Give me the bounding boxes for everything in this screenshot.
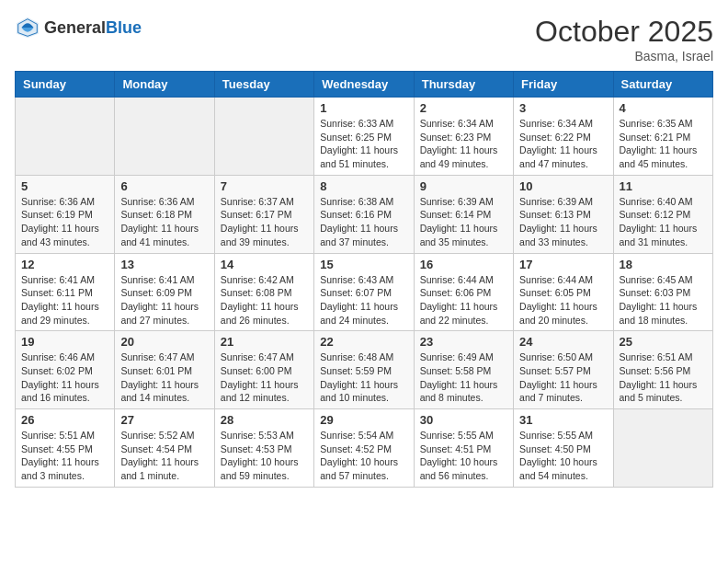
calendar-cell: 6Sunrise: 6:36 AMSunset: 6:18 PMDaylight… bbox=[115, 175, 214, 253]
day-number: 12 bbox=[21, 258, 108, 271]
calendar-cell: 31Sunrise: 5:55 AMSunset: 4:50 PMDayligh… bbox=[514, 409, 613, 488]
calendar-cell: 24Sunrise: 6:50 AMSunset: 5:57 PMDayligh… bbox=[514, 331, 613, 409]
weekday-header: Monday bbox=[115, 72, 214, 98]
calendar-cell: 13Sunrise: 6:41 AMSunset: 6:09 PMDayligh… bbox=[115, 253, 214, 331]
weekday-header: Wednesday bbox=[314, 72, 414, 98]
calendar-cell bbox=[115, 98, 214, 176]
page-header: GeneralBlue October 2025 Basma, Israel bbox=[15, 15, 713, 63]
weekday-header: Saturday bbox=[613, 72, 712, 98]
logo-text: GeneralBlue bbox=[44, 18, 142, 38]
calendar-cell: 25Sunrise: 6:51 AMSunset: 5:56 PMDayligh… bbox=[613, 331, 712, 409]
calendar-cell: 4Sunrise: 6:35 AMSunset: 6:21 PMDaylight… bbox=[613, 98, 712, 176]
logo-blue: Blue bbox=[106, 18, 142, 37]
day-number: 11 bbox=[620, 179, 707, 193]
day-info: Sunrise: 6:50 AMSunset: 5:57 PMDaylight:… bbox=[519, 350, 607, 405]
day-number: 20 bbox=[120, 335, 208, 349]
day-number: 13 bbox=[120, 258, 208, 271]
day-number: 29 bbox=[320, 413, 407, 427]
day-number: 18 bbox=[620, 258, 707, 271]
day-number: 3 bbox=[519, 101, 607, 115]
calendar-cell: 28Sunrise: 5:53 AMSunset: 4:53 PMDayligh… bbox=[214, 409, 313, 488]
calendar-week-row: 12Sunrise: 6:41 AMSunset: 6:11 PMDayligh… bbox=[16, 253, 713, 331]
day-info: Sunrise: 6:44 AMSunset: 6:06 PMDaylight:… bbox=[420, 273, 507, 327]
day-info: Sunrise: 6:49 AMSunset: 5:58 PMDaylight:… bbox=[420, 350, 507, 405]
day-number: 26 bbox=[21, 413, 108, 427]
day-number: 5 bbox=[21, 179, 108, 193]
day-number: 6 bbox=[120, 179, 208, 193]
day-info: Sunrise: 6:39 AMSunset: 6:13 PMDaylight:… bbox=[519, 195, 607, 249]
day-info: Sunrise: 6:45 AMSunset: 6:03 PMDaylight:… bbox=[620, 273, 707, 327]
calendar-cell: 18Sunrise: 6:45 AMSunset: 6:03 PMDayligh… bbox=[613, 253, 712, 331]
day-number: 1 bbox=[320, 101, 407, 115]
calendar-cell: 14Sunrise: 6:42 AMSunset: 6:08 PMDayligh… bbox=[214, 253, 313, 331]
calendar-cell: 21Sunrise: 6:47 AMSunset: 6:00 PMDayligh… bbox=[214, 331, 313, 409]
day-info: Sunrise: 6:47 AMSunset: 6:00 PMDaylight:… bbox=[221, 350, 308, 405]
day-info: Sunrise: 5:53 AMSunset: 4:53 PMDaylight:… bbox=[221, 429, 308, 483]
weekday-header: Sunday bbox=[16, 72, 115, 98]
calendar-cell: 9Sunrise: 6:39 AMSunset: 6:14 PMDaylight… bbox=[414, 175, 513, 253]
calendar-cell bbox=[613, 409, 712, 488]
day-number: 15 bbox=[320, 258, 407, 271]
day-number: 10 bbox=[519, 179, 607, 193]
day-info: Sunrise: 6:37 AMSunset: 6:17 PMDaylight:… bbox=[221, 195, 308, 249]
day-info: Sunrise: 6:36 AMSunset: 6:19 PMDaylight:… bbox=[21, 195, 108, 249]
calendar-cell bbox=[214, 98, 313, 176]
day-info: Sunrise: 6:42 AMSunset: 6:08 PMDaylight:… bbox=[221, 273, 308, 327]
calendar-cell: 17Sunrise: 6:44 AMSunset: 6:05 PMDayligh… bbox=[514, 253, 613, 331]
day-number: 7 bbox=[221, 179, 308, 193]
calendar-cell: 26Sunrise: 5:51 AMSunset: 4:55 PMDayligh… bbox=[16, 409, 115, 488]
day-number: 23 bbox=[420, 335, 507, 349]
weekday-header: Thursday bbox=[414, 72, 513, 98]
calendar-cell: 10Sunrise: 6:39 AMSunset: 6:13 PMDayligh… bbox=[514, 175, 613, 253]
day-number: 17 bbox=[519, 258, 607, 271]
calendar-cell: 12Sunrise: 6:41 AMSunset: 6:11 PMDayligh… bbox=[16, 253, 115, 331]
day-number: 9 bbox=[420, 179, 507, 193]
calendar-cell: 30Sunrise: 5:55 AMSunset: 4:51 PMDayligh… bbox=[414, 409, 513, 488]
day-info: Sunrise: 6:38 AMSunset: 6:16 PMDaylight:… bbox=[320, 195, 407, 249]
weekday-header: Tuesday bbox=[214, 72, 313, 98]
day-info: Sunrise: 6:43 AMSunset: 6:07 PMDaylight:… bbox=[320, 273, 407, 327]
day-number: 14 bbox=[221, 258, 308, 271]
calendar-cell: 22Sunrise: 6:48 AMSunset: 5:59 PMDayligh… bbox=[314, 331, 414, 409]
day-info: Sunrise: 6:34 AMSunset: 6:23 PMDaylight:… bbox=[420, 117, 507, 171]
calendar-week-row: 26Sunrise: 5:51 AMSunset: 4:55 PMDayligh… bbox=[16, 409, 713, 488]
calendar-cell: 2Sunrise: 6:34 AMSunset: 6:23 PMDaylight… bbox=[414, 98, 513, 176]
calendar-cell: 5Sunrise: 6:36 AMSunset: 6:19 PMDaylight… bbox=[16, 175, 115, 253]
day-number: 28 bbox=[221, 413, 308, 427]
logo-icon bbox=[15, 15, 40, 40]
day-info: Sunrise: 5:54 AMSunset: 4:52 PMDaylight:… bbox=[320, 429, 407, 483]
day-info: Sunrise: 6:33 AMSunset: 6:25 PMDaylight:… bbox=[320, 117, 407, 171]
day-info: Sunrise: 5:52 AMSunset: 4:54 PMDaylight:… bbox=[120, 429, 208, 483]
day-number: 27 bbox=[120, 413, 208, 427]
logo-general: General bbox=[44, 18, 106, 37]
location: Basma, Israel bbox=[535, 49, 713, 63]
calendar-cell: 16Sunrise: 6:44 AMSunset: 6:06 PMDayligh… bbox=[414, 253, 513, 331]
calendar-cell: 23Sunrise: 6:49 AMSunset: 5:58 PMDayligh… bbox=[414, 331, 513, 409]
calendar-cell: 7Sunrise: 6:37 AMSunset: 6:17 PMDaylight… bbox=[214, 175, 313, 253]
day-info: Sunrise: 6:44 AMSunset: 6:05 PMDaylight:… bbox=[519, 273, 607, 327]
day-number: 22 bbox=[320, 335, 407, 349]
day-info: Sunrise: 6:41 AMSunset: 6:09 PMDaylight:… bbox=[120, 273, 208, 327]
day-info: Sunrise: 6:34 AMSunset: 6:22 PMDaylight:… bbox=[519, 117, 607, 171]
day-number: 30 bbox=[420, 413, 507, 427]
calendar-cell: 20Sunrise: 6:47 AMSunset: 6:01 PMDayligh… bbox=[115, 331, 214, 409]
day-info: Sunrise: 6:41 AMSunset: 6:11 PMDaylight:… bbox=[21, 273, 108, 327]
day-number: 24 bbox=[519, 335, 607, 349]
month-title: October 2025 bbox=[535, 15, 713, 49]
calendar-table: SundayMondayTuesdayWednesdayThursdayFrid… bbox=[15, 71, 713, 488]
calendar-cell: 15Sunrise: 6:43 AMSunset: 6:07 PMDayligh… bbox=[314, 253, 414, 331]
calendar-cell: 27Sunrise: 5:52 AMSunset: 4:54 PMDayligh… bbox=[115, 409, 214, 488]
weekday-header: Friday bbox=[514, 72, 613, 98]
calendar-week-row: 19Sunrise: 6:46 AMSunset: 6:02 PMDayligh… bbox=[16, 331, 713, 409]
calendar-cell bbox=[16, 98, 115, 176]
day-number: 4 bbox=[620, 101, 707, 115]
calendar-cell: 11Sunrise: 6:40 AMSunset: 6:12 PMDayligh… bbox=[613, 175, 712, 253]
day-info: Sunrise: 6:51 AMSunset: 5:56 PMDaylight:… bbox=[620, 350, 707, 405]
day-info: Sunrise: 6:48 AMSunset: 5:59 PMDaylight:… bbox=[320, 350, 407, 405]
day-info: Sunrise: 5:55 AMSunset: 4:51 PMDaylight:… bbox=[420, 429, 507, 483]
calendar-week-row: 5Sunrise: 6:36 AMSunset: 6:19 PMDaylight… bbox=[16, 175, 713, 253]
day-info: Sunrise: 6:46 AMSunset: 6:02 PMDaylight:… bbox=[21, 350, 108, 405]
calendar-cell: 1Sunrise: 6:33 AMSunset: 6:25 PMDaylight… bbox=[314, 98, 414, 176]
day-number: 21 bbox=[221, 335, 308, 349]
day-info: Sunrise: 5:51 AMSunset: 4:55 PMDaylight:… bbox=[21, 429, 108, 483]
